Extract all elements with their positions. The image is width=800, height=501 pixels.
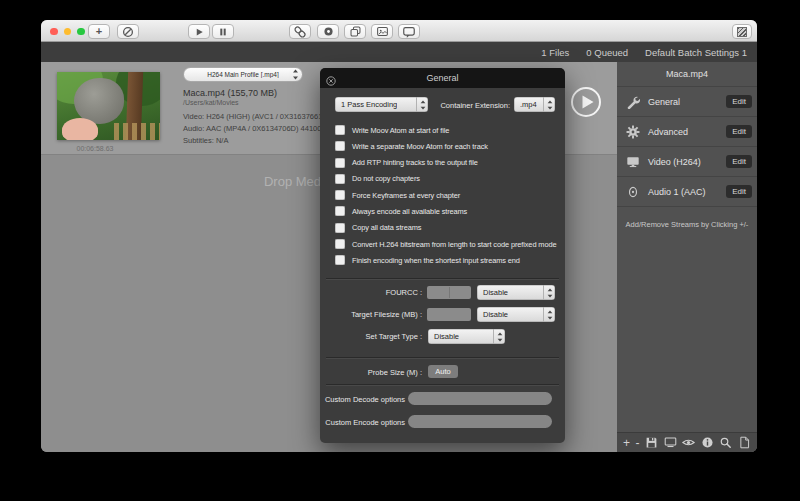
sidebar-item-audio[interactable]: Audio 1 (AAC) Edit xyxy=(617,177,757,207)
edit-general-button[interactable]: Edit xyxy=(726,95,752,108)
close-window-button[interactable] xyxy=(50,28,58,36)
checkbox[interactable] xyxy=(335,255,345,265)
probe-size-auto-button[interactable]: Auto xyxy=(428,365,458,378)
add-file-button[interactable]: + xyxy=(88,24,110,39)
remove-stream-button[interactable]: - xyxy=(636,437,640,449)
set-target-type-row: Set Target Type : Disable xyxy=(320,329,565,345)
checkbox-label: Always encode all available streams xyxy=(352,207,467,216)
sidebar-item-general[interactable]: General Edit xyxy=(617,87,757,117)
pause-encoding-button[interactable] xyxy=(212,24,234,39)
fourcc-label: FOURCC : xyxy=(320,288,422,297)
checkbox-row: Copy all data streams xyxy=(335,223,559,233)
pass-encoding-value: 1 Pass Encoding xyxy=(341,100,397,109)
app-window: + xyxy=(41,20,757,452)
container-extension-select[interactable]: .mp4 xyxy=(514,97,555,112)
zoom-window-button[interactable] xyxy=(77,28,85,36)
cancel-icon xyxy=(121,25,135,39)
eye-icon[interactable] xyxy=(682,436,695,449)
display-icon[interactable] xyxy=(664,436,677,449)
container-extension-label: Container Extension: xyxy=(432,101,510,110)
pass-encoding-select[interactable]: 1 Pass Encoding xyxy=(335,97,428,112)
play-icon xyxy=(193,26,205,38)
document-icon[interactable] xyxy=(738,436,751,449)
options-checkbox-list: Write Moov Atom at start of file Write a… xyxy=(335,125,559,272)
preview-image-button[interactable] xyxy=(371,24,393,39)
sidebar-filename: Maca.mp4 xyxy=(617,62,757,87)
save-icon[interactable] xyxy=(645,436,658,449)
record-icon xyxy=(322,25,335,38)
chat-icon xyxy=(402,25,416,39)
dialog-close-button[interactable] xyxy=(326,73,336,93)
pause-icon xyxy=(217,26,229,38)
checkbox-row: Always encode all available streams xyxy=(335,206,559,216)
fourcc-mode-select[interactable]: Disable xyxy=(477,285,555,300)
edit-video-button[interactable]: Edit xyxy=(726,155,752,168)
target-filesize-input[interactable] xyxy=(427,308,471,321)
profile-select-value: H264 Main Profile [.mp4] xyxy=(194,71,292,78)
filepath-label: /Users/kat/Movies xyxy=(183,99,239,106)
sidebar-bottom-bar: + - xyxy=(617,432,757,452)
display-icon xyxy=(626,155,640,169)
checkbox-row: Finish encoding when the shortest input … xyxy=(335,255,559,265)
custom-encode-label: Custom Encode options xyxy=(320,418,405,427)
checkbox[interactable] xyxy=(335,223,345,233)
edit-advanced-button[interactable]: Edit xyxy=(726,125,752,138)
toggle-drawer-button[interactable] xyxy=(732,24,752,39)
files-count: 1 Files xyxy=(541,47,569,58)
checkbox[interactable] xyxy=(335,174,345,184)
set-target-type-value: Disable xyxy=(434,332,459,341)
encoding-profile-select[interactable]: H264 Main Profile [.mp4] xyxy=(183,67,303,82)
set-target-type-label: Set Target Type : xyxy=(320,332,422,341)
duration-label: 00:06:58.63 xyxy=(57,145,133,152)
sidebar-item-label: Advanced xyxy=(648,127,718,137)
stepper-arrows-icon xyxy=(543,97,555,112)
checkbox-label: Finish encoding when the shortest input … xyxy=(352,256,520,265)
traffic-lights xyxy=(50,28,85,36)
custom-decode-row: Custom Decode options xyxy=(320,392,565,406)
checkbox[interactable] xyxy=(335,158,345,168)
dialog-title: General xyxy=(426,73,458,83)
record-button[interactable] xyxy=(317,24,339,39)
filename-label: Maca.mp4 (155,70 MB) xyxy=(183,88,277,98)
checkbox-row: Do not copy chapters xyxy=(335,174,559,184)
checkbox[interactable] xyxy=(335,239,345,249)
thumbnail-fence xyxy=(114,123,160,140)
minimize-window-button[interactable] xyxy=(64,28,72,36)
target-filesize-label: Target Filesize (MB) : xyxy=(320,310,422,319)
duplicate-button[interactable] xyxy=(344,24,366,39)
batch-settings-toggle[interactable]: Default Batch Settings 1 xyxy=(645,47,747,58)
custom-encode-input[interactable] xyxy=(408,415,552,428)
join-files-button[interactable] xyxy=(289,24,311,39)
sidebar-item-advanced[interactable]: Advanced Edit xyxy=(617,117,757,147)
set-target-type-select[interactable]: Disable xyxy=(428,329,505,344)
checkbox[interactable] xyxy=(335,141,345,151)
sidebar-item-label: Video (H264) xyxy=(648,157,718,167)
fourcc-input[interactable] xyxy=(427,286,471,299)
checkbox[interactable] xyxy=(335,125,345,135)
video-thumbnail[interactable] xyxy=(57,72,160,140)
target-filesize-mode-select[interactable]: Disable xyxy=(477,307,555,322)
sidebar-item-label: General xyxy=(648,97,718,107)
checkbox[interactable] xyxy=(335,190,345,200)
info-icon[interactable] xyxy=(701,436,714,449)
add-stream-button[interactable]: + xyxy=(623,437,630,449)
target-filesize-row: Target Filesize (MB) : Disable xyxy=(320,307,565,323)
custom-decode-label: Custom Decode options xyxy=(320,395,405,404)
wrench-icon xyxy=(626,95,640,109)
log-window-button[interactable] xyxy=(398,24,420,39)
probe-size-row: Probe Size (M) : Auto xyxy=(320,365,565,379)
container-extension-value: .mp4 xyxy=(520,100,537,109)
subtitles-info-label: Subtitles: N/A xyxy=(183,136,228,145)
checkbox[interactable] xyxy=(335,206,345,216)
sidebar-item-video[interactable]: Video (H264) Edit xyxy=(617,147,757,177)
preview-play-button[interactable] xyxy=(570,86,602,118)
edit-audio-button[interactable]: Edit xyxy=(726,185,752,198)
search-icon[interactable] xyxy=(719,436,732,449)
checkbox-label: Do not copy chapters xyxy=(352,174,420,183)
cancel-button[interactable] xyxy=(117,24,139,39)
gear-icon xyxy=(626,125,640,139)
start-encoding-button[interactable] xyxy=(188,24,210,39)
stepper-arrows-icon xyxy=(543,285,555,300)
speaker-icon xyxy=(626,185,640,199)
custom-decode-input[interactable] xyxy=(408,392,552,405)
